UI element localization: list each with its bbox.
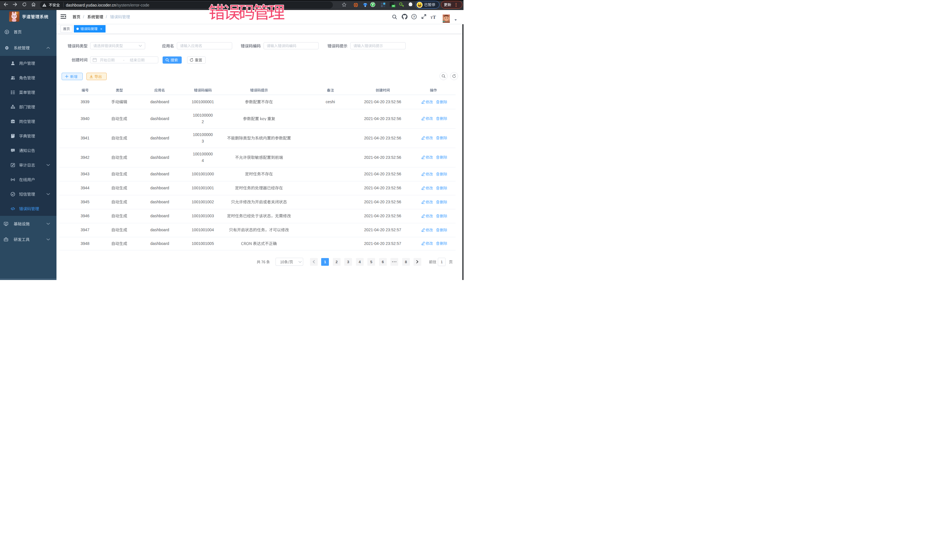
svg-text:T: T	[430, 16, 433, 20]
svg-text:T: T	[433, 15, 436, 20]
svg-text:?: ?	[413, 15, 415, 18]
svg-text:on: on	[392, 5, 395, 7]
